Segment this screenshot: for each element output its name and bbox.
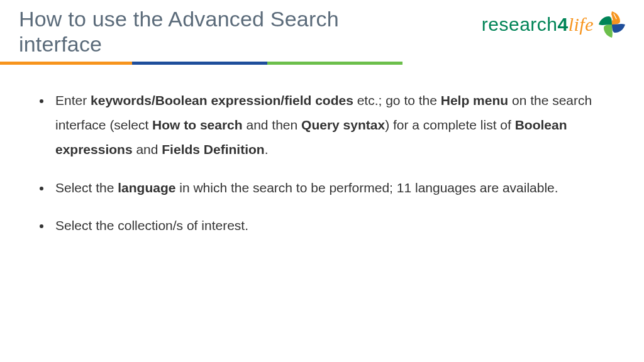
bullet-list: Enter keywords/Boolean expression/field … [35, 89, 623, 238]
body: Enter keywords/Boolean expression/field … [0, 66, 644, 238]
rule-segment-blue [132, 62, 267, 65]
header: How to use the Advanced Search interface… [0, 0, 644, 66]
bold-run: language [118, 180, 175, 195]
slide: How to use the Advanced Search interface… [0, 0, 644, 362]
text-run: and [133, 142, 162, 156]
list-item: Select the language in which the search … [52, 176, 623, 200]
list-item: Enter keywords/Boolean expression/field … [52, 89, 623, 162]
logo-word-4: 4 [557, 14, 568, 35]
bold-run: Query syntax [301, 118, 385, 132]
text-run: Enter [55, 93, 91, 107]
divider-rule [0, 62, 402, 65]
bold-run: How to search [152, 118, 243, 132]
logo-mark-icon [597, 10, 626, 39]
logo-word-research: research [482, 14, 558, 35]
text-run: ) for a complete list of [385, 118, 515, 132]
bold-run: Fields Definition [162, 142, 264, 156]
text-run: etc.; go to the [353, 93, 441, 107]
page-title: How to use the Advanced Search interface [19, 6, 421, 57]
text-run: Select the collection/s of interest. [55, 218, 248, 233]
rule-segment-orange [0, 62, 132, 65]
rule-segment-green [267, 62, 402, 65]
text-run: . [265, 142, 269, 156]
list-item: Select the collection/s of interest. [52, 214, 623, 238]
text-run: and then [243, 118, 301, 132]
text-run: Select the [55, 180, 118, 195]
logo-word-life: life [569, 14, 594, 35]
logo-text: research4life [482, 14, 594, 35]
text-run: in which the search to be performed; 11 … [175, 180, 558, 195]
bold-run: Help menu [441, 93, 508, 107]
brand-logo: research4life [482, 10, 626, 39]
bold-run: keywords/Boolean expression/field codes [91, 93, 353, 107]
